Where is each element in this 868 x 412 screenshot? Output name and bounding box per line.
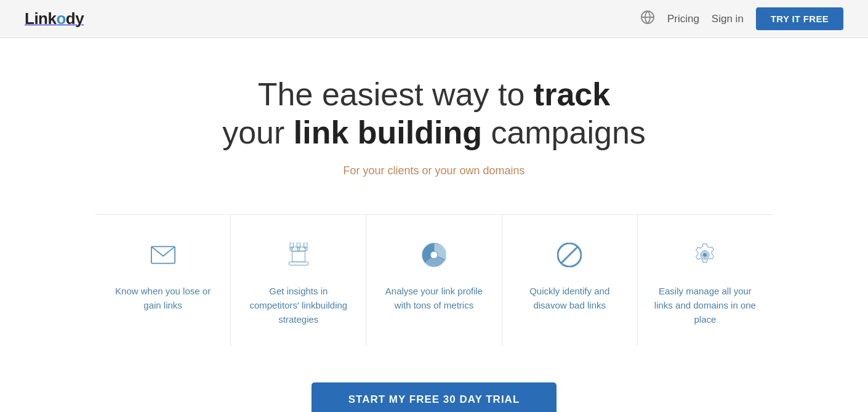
features-row: Know when you lose or gain links Get ins… [95,214,773,345]
chess-rook-icon [286,240,311,270]
feature-manage: Easily manage all your links and domains… [638,215,773,345]
feature-disavow-text: Quickly identify and disavow bad links [517,284,622,313]
svg-rect-8 [289,262,308,265]
block-icon [557,240,582,270]
feature-insights: Get insights in competitors' linkbuildin… [231,215,366,345]
main-content: The easiest way to track your link build… [0,38,868,412]
feature-analyse: Analyse your link profile with tons of m… [366,215,502,345]
svg-rect-11 [305,248,307,249]
logo[interactable]: Linkody [25,9,84,28]
feature-analyse-text: Analyse your link profile with tons of m… [381,284,486,313]
site-header: Linkody Pricing Sign in TRY IT FREE [0,0,868,38]
svg-point-13 [430,251,438,259]
try-free-button[interactable]: TRY IT FREE [756,7,843,30]
pie-chart-icon [422,240,446,270]
envelope-icon [151,240,175,270]
headline-part2: your [222,115,294,150]
hero-subheadline: For your clients or your own domains [343,164,524,177]
headline-part1: The easiest way to [258,76,534,112]
headline-bold2: link building [294,115,482,150]
gear-icon [693,240,717,270]
pricing-link[interactable]: Pricing [667,13,699,25]
feature-monitor-text: Know when you lose or gain links [110,284,215,313]
globe-icon [640,10,655,28]
headline-bold1: track [534,76,610,112]
start-trial-button[interactable]: START MY FREE 30 DAY TRIAL [311,382,557,412]
feature-monitor: Know when you lose or gain links [95,215,231,345]
svg-point-17 [703,253,707,257]
headline-part3: campaigns [482,115,646,150]
signin-link[interactable]: Sign in [712,13,744,25]
svg-rect-10 [297,248,299,249]
feature-disavow: Quickly identify and disavow bad links [502,215,638,345]
feature-manage-text: Easily manage all your links and domains… [653,284,758,327]
feature-insights-text: Get insights in competitors' linkbuildin… [246,284,351,327]
cta-section: START MY FREE 30 DAY TRIAL Ends automati… [311,382,557,412]
svg-line-15 [561,246,578,264]
svg-rect-7 [292,251,305,262]
svg-rect-9 [290,248,292,249]
header-nav: Pricing Sign in TRY IT FREE [640,7,843,30]
hero-headline: The easiest way to track your link build… [222,75,646,152]
